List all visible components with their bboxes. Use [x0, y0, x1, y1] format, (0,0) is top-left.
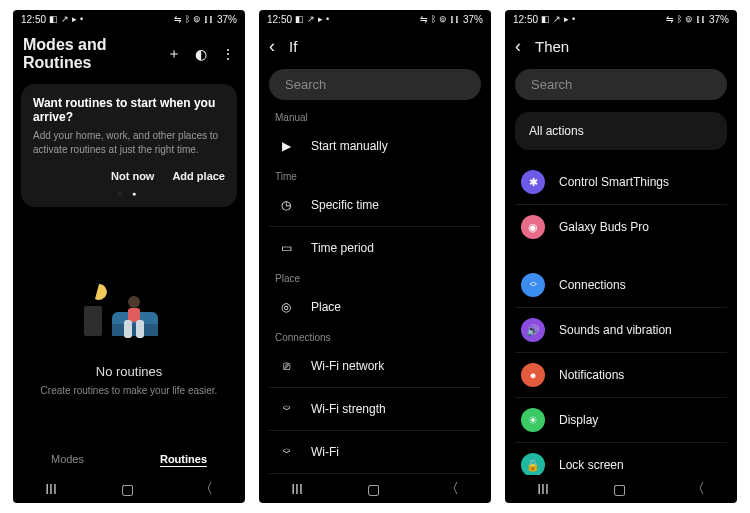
buds-icon: ◉ [521, 215, 545, 239]
svg-rect-0 [84, 306, 102, 336]
row-galaxy-buds[interactable]: ◉ Galaxy Buds Pro [515, 205, 727, 249]
status-battery: 37% [709, 14, 729, 25]
home-button[interactable]: ▢ [613, 481, 626, 497]
not-now-button[interactable]: Not now [111, 170, 154, 182]
signal-icon: ⫿⫿ [204, 15, 214, 24]
screen-then: 12:50 ◧ ↗ ▸ • ⇋ ᛒ ⊚ ⫿⫿ 37% ‹ Then Search… [505, 10, 737, 503]
clock-icon: ◷ [275, 194, 297, 216]
row-specific-time[interactable]: ◷ Specific time [269, 184, 481, 227]
back-icon[interactable]: ‹ [269, 36, 275, 57]
android-navbar: III ▢ 〈 [505, 475, 737, 503]
back-icon[interactable]: ‹ [515, 36, 521, 57]
add-place-button[interactable]: Add place [172, 170, 225, 182]
link-icon: ⇋ [174, 15, 182, 24]
tab-routines[interactable]: Routines [160, 453, 207, 467]
header: ‹ Then [505, 28, 737, 65]
notif-icon: ↗ [61, 15, 69, 24]
row-connections[interactable]: ⌔ Connections [515, 263, 727, 308]
section-connections: Connections [259, 328, 491, 345]
signal-icon: ⫿⫿ [450, 15, 460, 24]
illustration [74, 264, 184, 348]
svg-point-3 [128, 296, 140, 308]
section-place: Place [259, 269, 491, 286]
wifi-icon: ⊚ [439, 15, 447, 24]
back-button[interactable]: 〈 [445, 480, 459, 498]
notif-icon: • [572, 15, 575, 24]
row-time-period[interactable]: ▭ Time period [269, 227, 481, 269]
wifi-icon: ⊚ [193, 15, 201, 24]
notif-icon: ◧ [541, 15, 550, 24]
page-title: Modes and Routines [23, 36, 167, 72]
header: ‹ If [259, 28, 491, 65]
search-input[interactable]: Search [515, 69, 727, 100]
row-all-actions[interactable]: All actions [515, 112, 727, 150]
row-label: Wi-Fi [311, 445, 339, 459]
more-icon[interactable]: ⋮ [221, 46, 235, 62]
wifi-device-icon: ⎚ [275, 355, 297, 377]
home-button[interactable]: ▢ [121, 481, 134, 497]
android-navbar: III ▢ 〈 [13, 475, 245, 503]
back-button[interactable]: 〈 [691, 480, 705, 498]
sound-icon: 🔊 [521, 318, 545, 342]
status-time: 12:50 [21, 14, 46, 25]
bt-icon: ᛒ [431, 15, 436, 24]
row-start-manually[interactable]: ▶ Start manually [269, 125, 481, 167]
status-battery: 37% [463, 14, 483, 25]
header: Modes and Routines ＋ ◐ ⋮ [13, 28, 245, 80]
home-button[interactable]: ▢ [367, 481, 380, 497]
row-label: Specific time [311, 198, 379, 212]
row-smartthings[interactable]: ✱ Control SmartThings [515, 160, 727, 205]
page-title: Then [535, 38, 727, 55]
row-label: Start manually [311, 139, 388, 153]
notif-icon: ▸ [318, 15, 323, 24]
play-icon: ▶ [275, 135, 297, 157]
row-label: Wi-Fi strength [311, 402, 386, 416]
recents-button[interactable]: III [45, 481, 57, 497]
add-icon[interactable]: ＋ [167, 45, 181, 63]
screen-modes-routines: 12:50 ◧ ↗ ▸ • ⇋ ᛒ ⊚ ⫿⫿ 37% Modes and Rou… [13, 10, 245, 503]
row-notifications[interactable]: ● Notifications [515, 353, 727, 398]
pager-dots: ○ ● [33, 190, 225, 197]
row-place[interactable]: ◎ Place [269, 286, 481, 328]
signal-icon: ⫿⫿ [696, 15, 706, 24]
row-wifi[interactable]: ⌔ Wi-Fi [269, 431, 481, 474]
android-navbar: III ▢ 〈 [259, 475, 491, 503]
tab-modes[interactable]: Modes [51, 453, 84, 467]
row-label: Wi-Fi network [311, 359, 384, 373]
recents-button[interactable]: III [291, 481, 303, 497]
row-label: Time period [311, 241, 374, 255]
bt-icon: ᛒ [185, 15, 190, 24]
section-time: Time [259, 167, 491, 184]
notif-icon: ▸ [72, 15, 77, 24]
calendar-icon: ▭ [275, 237, 297, 259]
status-bar: 12:50 ◧ ↗ ▸ • ⇋ ᛒ ⊚ ⫿⫿ 37% [259, 10, 491, 28]
svg-rect-2 [112, 324, 158, 336]
svg-rect-6 [136, 320, 144, 338]
status-bar: 12:50 ◧ ↗ ▸ • ⇋ ᛒ ⊚ ⫿⫿ 37% [505, 10, 737, 28]
bt-icon: ᛒ [677, 15, 682, 24]
row-label: All actions [529, 124, 584, 138]
row-label: Control SmartThings [559, 175, 669, 189]
empty-title: No routines [96, 364, 162, 379]
search-input[interactable]: Search [269, 69, 481, 100]
row-lockscreen[interactable]: 🔒 Lock screen [515, 443, 727, 475]
back-button[interactable]: 〈 [199, 480, 213, 498]
compass-icon[interactable]: ◐ [195, 46, 207, 62]
row-display[interactable]: ☀ Display [515, 398, 727, 443]
notif-icon: ◧ [49, 15, 58, 24]
notif-icon: ▸ [564, 15, 569, 24]
sun-icon: ☀ [521, 408, 545, 432]
row-label: Sounds and vibration [559, 323, 672, 337]
svg-rect-4 [128, 308, 140, 322]
wifi-icon: ⌔ [275, 398, 297, 420]
row-label: Connections [559, 278, 626, 292]
status-battery: 37% [217, 14, 237, 25]
wifi-icon: ⌔ [275, 441, 297, 463]
row-wifi-strength[interactable]: ⌔ Wi-Fi strength [269, 388, 481, 431]
link-icon: ⇋ [420, 15, 428, 24]
card-subtitle: Add your home, work, and other places to… [33, 129, 225, 156]
row-sounds[interactable]: 🔊 Sounds and vibration [515, 308, 727, 353]
notif-icon: ↗ [553, 15, 561, 24]
recents-button[interactable]: III [537, 481, 549, 497]
row-wifi-network[interactable]: ⎚ Wi-Fi network [269, 345, 481, 388]
